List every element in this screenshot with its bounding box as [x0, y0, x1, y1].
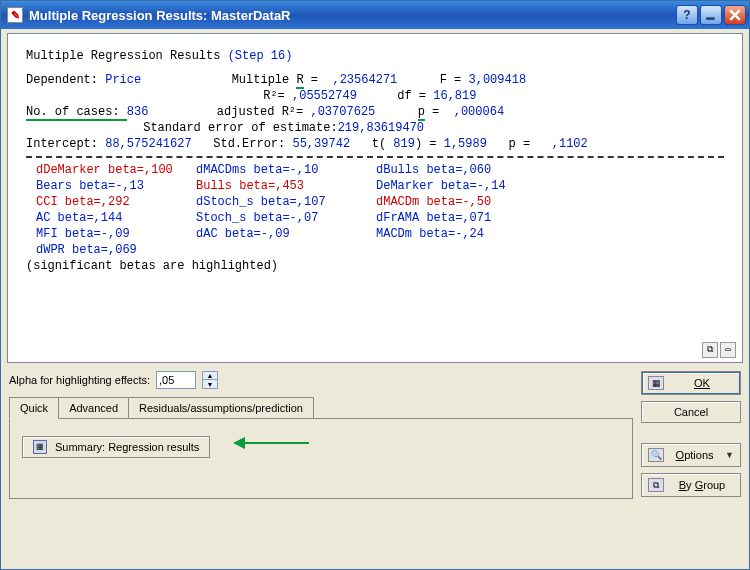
help-button[interactable]: ? [676, 5, 698, 25]
r-squared-label: R²= [263, 89, 292, 103]
stderr-label: Std.Error: [213, 137, 292, 151]
beta-cell: dDeMarker beta=,100 [26, 162, 196, 178]
f-label: F = [440, 73, 469, 87]
heading-step: (Step 16) [228, 49, 293, 63]
beta-cell: dMACDms beta=-,10 [196, 162, 376, 178]
svg-marker-2 [233, 437, 245, 449]
alpha-row: Alpha for highlighting effects: ▲ ▼ [9, 371, 633, 389]
beta-cell: dWPR beta=,069 [26, 242, 196, 258]
spreadsheet-icon: ▦ [33, 440, 47, 454]
right-button-panel: ▦ OK Cancel 🔍 Options ▼ ⧉ By Group [641, 371, 741, 561]
t-label2: ) = [415, 137, 444, 151]
left-panel: Alpha for highlighting effects: ▲ ▼ Quic… [9, 371, 633, 561]
beta-cell: dAC beta=-,09 [196, 226, 376, 242]
multiple-r-label: Multiple R = [232, 73, 333, 89]
alpha-spinner[interactable]: ▲ ▼ [202, 371, 218, 389]
ok-label: OK [670, 377, 734, 389]
spreadsheet-icon: ▦ [648, 376, 664, 390]
beta-grid: dDeMarker beta=,100dMACDms beta=-,10dBul… [26, 162, 724, 258]
stderr-est-value: 219,83619470 [338, 121, 424, 135]
options-button[interactable]: 🔍 Options ▼ [641, 443, 741, 467]
beta-cell: Stoch_s beta=-,07 [196, 210, 376, 226]
df-label: df = [397, 89, 433, 103]
beta-cell: MACDm beta=-,24 [376, 226, 556, 242]
beta-cell [196, 242, 376, 258]
beta-cell: CCI beta=,292 [26, 194, 196, 210]
bygroup-label: By Group [670, 479, 734, 491]
intercept-value: 88,575241627 [105, 137, 191, 151]
annotation-arrow-icon [231, 435, 311, 453]
cancel-label: Cancel [648, 406, 734, 418]
bygroup-button[interactable]: ⧉ By Group [641, 473, 741, 497]
window-controls: ? [676, 5, 746, 25]
r-squared-value: ,05552749 [292, 89, 357, 103]
beta-cell: dFrAMA beta=,071 [376, 210, 556, 226]
options-icon: 🔍 [648, 448, 664, 462]
beta-cell: dStoch_s beta=,107 [196, 194, 376, 210]
intercept-label: Intercept: [26, 137, 105, 151]
group-icon: ⧉ [648, 478, 664, 492]
summary-regression-button[interactable]: ▦ Summary: Regression results [22, 436, 210, 458]
ok-button[interactable]: ▦ OK [641, 371, 741, 395]
beta-cell: DeMarker beta=-,14 [376, 178, 556, 194]
close-button[interactable] [724, 5, 746, 25]
dialog-window: ✎ Multiple Regression Results: MasterDat… [0, 0, 750, 570]
heading-prefix: Multiple Regression Results [26, 49, 228, 63]
cancel-button[interactable]: Cancel [641, 401, 741, 423]
p2-value: ,1102 [552, 137, 588, 151]
window-title: Multiple Regression Results: MasterDataR [29, 8, 676, 23]
tab-residuals[interactable]: Residuals/assumptions/prediction [128, 397, 314, 418]
stderr-value: 55,39742 [292, 137, 350, 151]
multiple-r-value: ,23564271 [332, 73, 397, 87]
beta-cell: AC beta=,144 [26, 210, 196, 226]
significance-note: (significant betas are highlighted) [26, 258, 724, 274]
lower-panel: Alpha for highlighting effects: ▲ ▼ Quic… [1, 365, 749, 569]
dependent-value: Price [105, 73, 141, 87]
separator-line [26, 156, 724, 158]
adj-r2-label: adjusted R²= [217, 105, 311, 119]
expand-icon[interactable]: ▭ [720, 342, 736, 358]
adj-r2-value: ,03707625 [310, 105, 375, 119]
copy-icon[interactable]: ⧉ [702, 342, 718, 358]
t-df: 819 [393, 137, 415, 151]
beta-cell: MFI beta=-,09 [26, 226, 196, 242]
beta-cell: dBulls beta=,060 [376, 162, 556, 178]
beta-cell: Bears beta=-,13 [26, 178, 196, 194]
dependent-label: Dependent: [26, 73, 105, 87]
ncases-value: 836 [127, 105, 149, 119]
p2-label: p = [509, 137, 538, 151]
df-value: 16,819 [433, 89, 476, 103]
stderr-est-label: Standard error of estimate: [143, 121, 337, 135]
t-label: t( [372, 137, 394, 151]
tab-body-quick: ▦ Summary: Regression results [9, 419, 633, 499]
beta-cell [376, 242, 556, 258]
ncases-label: No. of cases: [26, 105, 127, 121]
p-value: ,000064 [454, 105, 504, 119]
spinner-up-icon[interactable]: ▲ [203, 372, 217, 380]
titlebar: ✎ Multiple Regression Results: MasterDat… [1, 1, 749, 29]
svg-rect-0 [706, 17, 714, 19]
minimize-button[interactable] [700, 5, 722, 25]
summary-button-label: Summary: Regression results [55, 441, 199, 453]
f-value: 3,009418 [469, 73, 527, 87]
spinner-down-icon[interactable]: ▼ [203, 380, 217, 388]
t-value: 1,5989 [444, 137, 487, 151]
app-icon: ✎ [7, 7, 23, 23]
results-text-area: Multiple Regression Results (Step 16) De… [7, 33, 743, 363]
alpha-input[interactable] [156, 371, 196, 389]
options-label: Options [670, 449, 719, 461]
tab-advanced[interactable]: Advanced [58, 397, 129, 418]
chevron-down-icon: ▼ [725, 450, 734, 460]
beta-cell: dMACDm beta=-,50 [376, 194, 556, 210]
p-label: p = [418, 105, 454, 121]
beta-cell: Bulls beta=,453 [196, 178, 376, 194]
tab-quick[interactable]: Quick [9, 397, 59, 419]
tab-strip: Quick Advanced Residuals/assumptions/pre… [9, 397, 633, 419]
alpha-label: Alpha for highlighting effects: [9, 374, 150, 386]
